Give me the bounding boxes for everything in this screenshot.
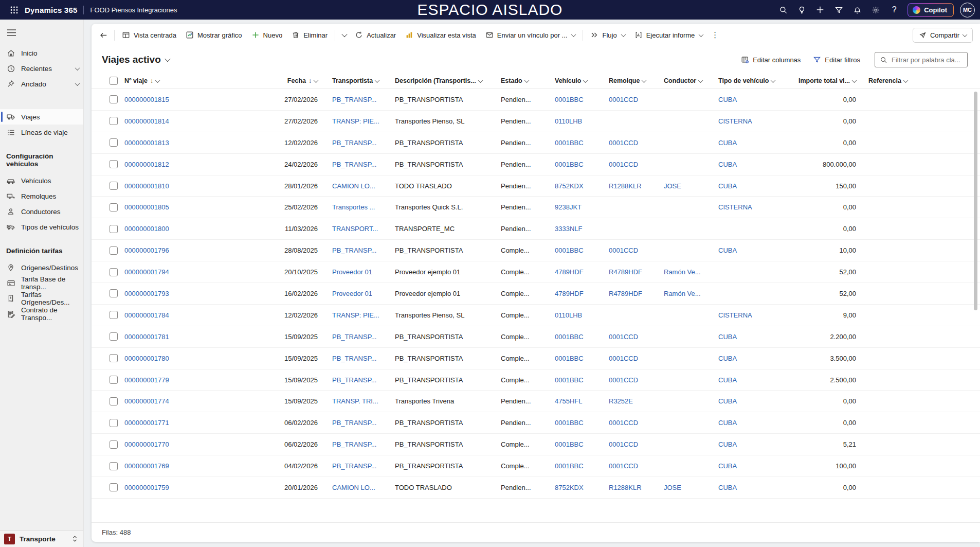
row-checkbox[interactable] [110,117,118,125]
avatar[interactable]: MC [960,3,975,17]
cell-tipo-vehiculo[interactable]: CUBA [717,139,790,147]
cell-vehiculo[interactable]: 4789HDF [554,268,608,276]
column-header-7[interactable]: Conductor [663,77,717,84]
cell-tipo-vehiculo[interactable]: CUBA [717,484,790,491]
column-header-3[interactable]: Descripción (Transportis... [394,77,500,84]
cell-vehiculo[interactable]: 0110LHB [554,311,608,319]
cell-remolque[interactable]: 0001CCD [608,462,663,470]
row-checkbox[interactable] [110,462,118,470]
column-header-4[interactable]: Estado [500,77,554,84]
share-button[interactable]: Compartir [913,28,973,43]
cell-remolque[interactable]: R4789HDF [608,290,663,297]
row-checkbox[interactable] [110,311,118,319]
row-checkbox[interactable] [110,419,118,427]
cell-n-viaje[interactable]: 000000001793 [123,290,277,297]
table-row[interactable]: 000000001813 12/02/2026 PB_TRANSP... PB_… [92,132,980,154]
row-checkbox[interactable] [110,483,118,491]
cell-vehiculo[interactable]: 0001BBC [554,419,608,427]
cell-conductor[interactable]: JOSE [663,484,717,491]
sidebar-item-conductores[interactable]: Conductores [0,204,83,219]
edit-filters-button[interactable]: Editar filtros [808,52,865,67]
cell-n-viaje[interactable]: 000000001800 [123,225,277,233]
cell-vehiculo[interactable]: 0001BBC [554,355,608,362]
table-row[interactable]: 000000001814 27/02/2026 TRANSP: PIE... T… [92,111,980,132]
back-button[interactable] [96,27,112,43]
cell-transportista[interactable]: Transportes ... [331,203,394,211]
edit-columns-button[interactable]: Editar columnas [736,52,806,67]
cell-tipo-vehiculo[interactable]: CUBA [717,355,790,362]
table-row[interactable]: 000000001774 15/09/2025 TRANSP. TRI... T… [92,391,980,412]
table-row[interactable]: 000000001771 06/02/2026 PB_TRANSP... PB_… [92,412,980,434]
cell-n-viaje[interactable]: 000000001812 [123,161,277,168]
row-checkbox[interactable] [110,397,118,405]
column-header-0[interactable]: Nº viaje↓ [123,77,277,84]
focused-view-button[interactable]: Vista centrada [117,27,181,43]
cell-remolque[interactable]: 0001CCD [608,355,663,362]
row-checkbox[interactable] [110,332,118,341]
cell-vehiculo[interactable]: 0001BBC [554,161,608,168]
column-header-2[interactable]: Transportista [331,77,394,84]
cell-vehiculo[interactable]: 0001BBC [554,96,608,103]
column-header-1[interactable]: Fecha↓ [277,77,331,84]
cell-tipo-vehiculo[interactable]: CUBA [717,161,790,168]
cell-transportista[interactable]: TRANSP. TRI... [331,397,394,405]
cell-tipo-vehiculo[interactable]: CISTERNA [717,203,790,211]
cell-vehiculo[interactable]: 0001BBC [554,462,608,470]
column-header-5[interactable]: Vehículo [554,77,608,84]
visualize-view-button[interactable]: Visualizar esta vista [401,27,481,43]
waffle-menu-icon[interactable] [5,0,23,20]
cell-conductor[interactable]: JOSE [663,182,717,190]
sidebar-item-remolques[interactable]: Remolques [0,188,83,204]
cell-tipo-vehiculo[interactable]: CUBA [717,96,790,103]
sidebar-item-tarifa-base[interactable]: Tarifa Base de transp... [0,275,83,291]
column-header-6[interactable]: Remolque [608,77,663,84]
cell-remolque[interactable]: R1288KLR [608,484,663,491]
cell-vehiculo[interactable]: 3333NLF [554,225,608,233]
table-row[interactable]: 000000001812 24/02/2026 PB_TRANSP... PB_… [92,154,980,175]
table-row[interactable]: 000000001779 15/09/2025 PB_TRANSP... PB_… [92,369,980,391]
cell-transportista[interactable]: PB_TRANSP... [331,246,394,254]
cell-vehiculo[interactable]: 9238JKT [554,203,608,211]
flow-button[interactable]: Flujo [586,27,629,43]
sidebar-item-contrato-transporte[interactable]: Contrato de Transpo... [0,306,83,322]
cell-n-viaje[interactable]: 000000001781 [123,333,277,341]
cell-transportista[interactable]: PB_TRANSP... [331,355,394,362]
app-switcher[interactable]: T Transporte [0,530,83,547]
sidebar-item-inicio[interactable]: Inicio [0,45,83,61]
keyword-filter-input[interactable] [892,56,963,64]
help-icon[interactable]: ? [886,2,902,18]
chevron-down-icon[interactable] [75,65,80,70]
cell-n-viaje[interactable]: 000000001815 [123,96,277,103]
cell-transportista[interactable]: PB_TRANSP... [331,333,394,341]
more-commands-button[interactable]: ⋮ [707,27,722,43]
chevron-down-icon[interactable] [75,81,80,86]
sidebar-item-origenes-destinos[interactable]: Origenes/Destinos [0,260,83,275]
row-checkbox[interactable] [110,225,118,233]
cell-remolque[interactable]: 0001CCD [608,96,663,103]
sidebar-item-tarifas-origenes[interactable]: Tarifas Orígenes/Des... [0,291,83,306]
cell-remolque[interactable]: 0001CCD [608,139,663,147]
row-checkbox[interactable] [110,376,118,384]
table-row[interactable]: 000000001781 15/09/2025 PB_TRANSP... PB_… [92,326,980,348]
row-checkbox[interactable] [110,440,118,449]
cell-vehiculo[interactable]: 4789HDF [554,290,608,297]
app-switcher-updown-icon[interactable] [71,535,78,542]
cell-tipo-vehiculo[interactable]: CUBA [717,419,790,427]
cell-tipo-vehiculo[interactable]: CUBA [717,182,790,190]
column-header-9[interactable]: Importe total vi... [790,77,867,84]
cell-transportista[interactable]: PB_TRANSP... [331,139,394,147]
cell-vehiculo[interactable]: 0110LHB [554,117,608,125]
cell-vehiculo[interactable]: 8752KDX [554,484,608,491]
cell-transportista[interactable]: TRANSP: PIE... [331,311,394,319]
table-row[interactable]: 000000001815 27/02/2026 PB_TRANSP... PB_… [92,89,980,111]
sidebar-item-tipos-de-vehiculos[interactable]: Tipos de vehículos [0,219,83,235]
cell-transportista[interactable]: PB_TRANSP... [331,419,394,427]
environment-name[interactable]: FOOD Piensos Integraciones [90,6,177,14]
cell-tipo-vehiculo[interactable]: CUBA [717,397,790,405]
cell-n-viaje[interactable]: 000000001759 [123,484,277,491]
table-row[interactable]: 000000001759 20/01/2026 CAMION LO... TOD… [92,477,980,499]
sidebar-item-anclado[interactable]: Anclado [0,76,83,92]
cell-n-viaje[interactable]: 000000001770 [123,440,277,448]
row-checkbox[interactable] [110,354,118,362]
row-checkbox[interactable] [110,246,118,255]
